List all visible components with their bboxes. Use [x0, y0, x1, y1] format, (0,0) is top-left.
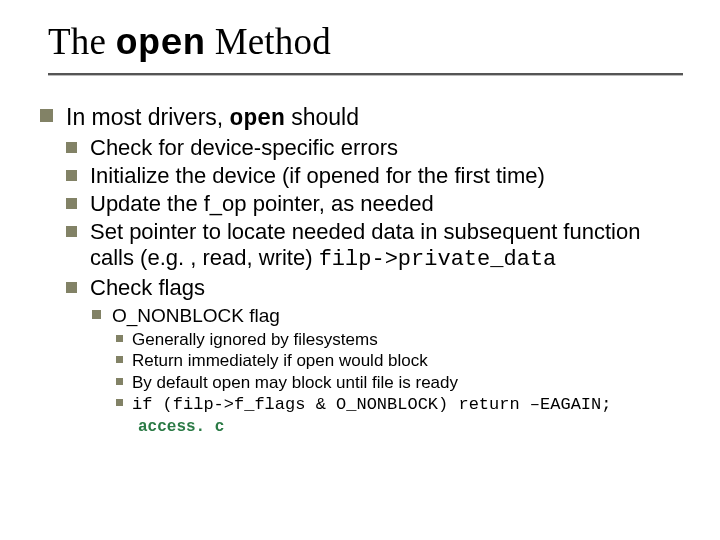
title-underline — [48, 73, 683, 75]
lvl3-item: O_NONBLOCK flag Generally ignored by fil… — [90, 304, 690, 437]
lvl2-item: Set pointer to locate needed data in sub… — [66, 219, 690, 275]
lvl4-text: By default open may block until file is … — [132, 373, 458, 392]
lvl2-item: Update the f_op pointer, as needed — [66, 191, 690, 218]
lvl1-post: should — [285, 104, 359, 130]
slide-title: The open Method — [48, 20, 690, 65]
bullet-list-lvl3: O_NONBLOCK flag Generally ignored by fil… — [90, 304, 690, 437]
lvl2-text: Initialize the device (if opened for the… — [90, 163, 545, 188]
content-area: In most drivers, open should Check for d… — [40, 103, 690, 437]
lvl1-item: In most drivers, open should Check for d… — [40, 103, 690, 437]
bullet-list-lvl2: Check for device-specific errors Initial… — [66, 135, 690, 437]
lvl2-text: Check flags — [90, 275, 205, 300]
lvl4-item: if (filp->f_flags & O_NONBLOCK) return –… — [112, 393, 690, 437]
lvl2-text: Update the f_op pointer, as needed — [90, 191, 434, 216]
bullet-list-lvl1: In most drivers, open should Check for d… — [40, 103, 690, 437]
title-post: Method — [205, 21, 331, 62]
lvl4-source: access. c — [138, 418, 224, 436]
bullet-list-lvl4: Generally ignored by filesystems Return … — [112, 329, 690, 437]
lvl2-item: Initialize the device (if opened for the… — [66, 163, 690, 190]
lvl4-code: if (filp->f_flags & O_NONBLOCK) return –… — [132, 395, 611, 414]
lvl4-item: Generally ignored by filesystems — [112, 329, 690, 350]
lvl4-item: By default open may block until file is … — [112, 372, 690, 393]
lvl1-code: open — [230, 106, 285, 132]
lvl4-item: Return immediately if open would block — [112, 350, 690, 371]
title-pre: The — [48, 21, 116, 62]
lvl2-item: Check flags O_NONBLOCK flag Generally ig… — [66, 275, 690, 437]
lvl2-text: Check for device-specific errors — [90, 135, 398, 160]
lvl1-pre: In most drivers, — [66, 104, 230, 130]
title-code: open — [116, 23, 206, 65]
slide: The open Method In most drivers, open sh… — [0, 0, 720, 540]
lvl4-text: Return immediately if open would block — [132, 351, 428, 370]
lvl3-text: O_NONBLOCK flag — [112, 305, 280, 326]
lvl2-item: Check for device-specific errors — [66, 135, 690, 162]
lvl4-text: Generally ignored by filesystems — [132, 330, 378, 349]
lvl2-code: filp->private_data — [319, 247, 557, 272]
